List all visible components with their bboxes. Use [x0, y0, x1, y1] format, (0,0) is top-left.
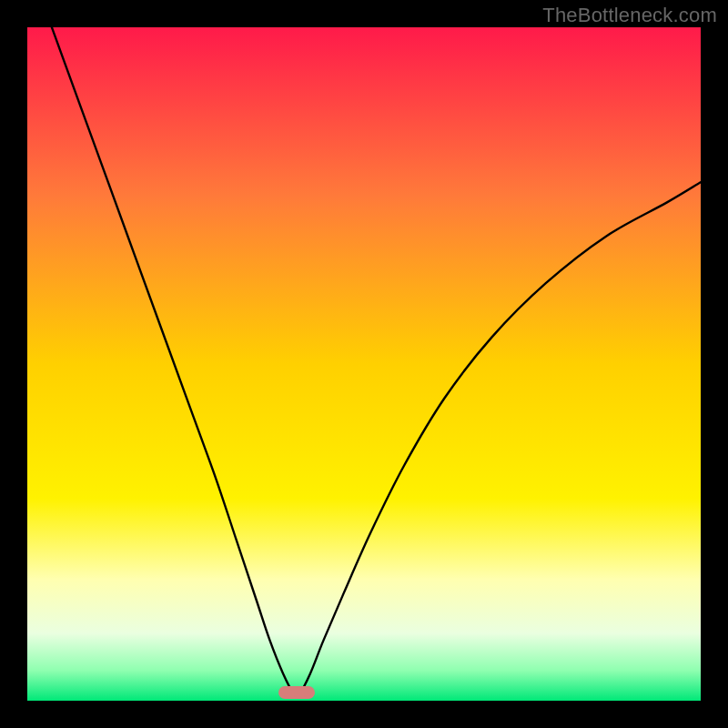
min-marker [278, 686, 315, 699]
bottleneck-curve [27, 27, 701, 695]
watermark-text: TheBottleneck.com [542, 4, 717, 27]
chart-frame: TheBottleneck.com [0, 0, 728, 728]
curve-layer [27, 27, 701, 701]
plot-area [27, 27, 701, 701]
